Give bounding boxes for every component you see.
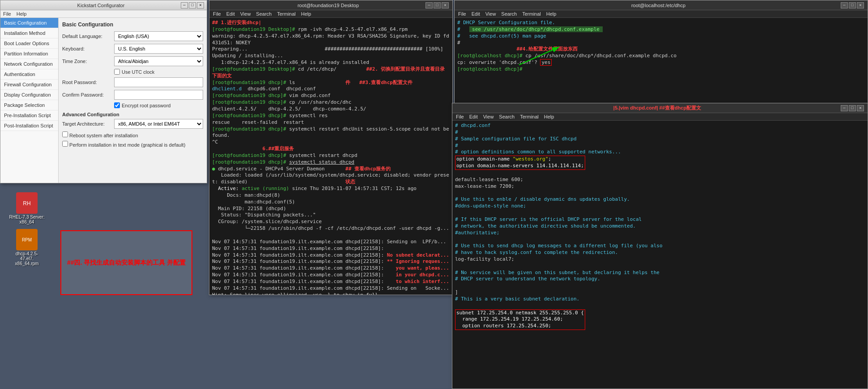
kickstart-window: Kickstart Configurator ─ □ ✕ File Help B… <box>0 0 207 183</box>
vimenu-file[interactable]: File <box>456 114 464 119</box>
menu-help[interactable]: Help <box>17 11 27 17</box>
utc-label: Use UTC clock <box>122 69 154 75</box>
dhmenu-terminal[interactable]: Terminal <box>522 11 541 17</box>
tmenu-search[interactable]: Search <box>256 11 272 17</box>
terminal-vim-text: # dhcpd.conf # # Sample configuration fi… <box>455 123 865 330</box>
tmenu-terminal[interactable]: Terminal <box>277 11 296 17</box>
language-select[interactable]: English (USA) <box>114 31 203 41</box>
terminal-dhcp-controls: ─ □ ✕ <box>841 2 864 8</box>
vimenu-terminal[interactable]: Terminal <box>520 114 539 119</box>
confirm-password-row: Confirm Password: <box>62 90 203 100</box>
vimenu-help[interactable]: Help <box>544 114 554 119</box>
keyboard-select[interactable]: U.S. English <box>114 44 203 54</box>
desktop-icon-rpm[interactable]: RPM dhcp-4.2.5-47.el7.x86_64.rpm <box>9 229 45 266</box>
terminal-main-content: ## 1.进行安装dhcp| [root@foundation19 Deskto… <box>209 18 452 295</box>
target-arch-row: Target Architecture: x86, AMD64, or Inte… <box>62 119 203 129</box>
dhcp-minimize-button[interactable]: ─ <box>841 2 848 8</box>
timezone-label: Time Zone: <box>62 59 111 64</box>
text-mode-row: Perform installation in text mode (graph… <box>62 141 203 148</box>
timezone-select[interactable]: Africa/Abidjan <box>114 56 203 66</box>
sidebar-item-auth[interactable]: Authentication <box>0 69 58 80</box>
terminal-dhcp-window: root@localhost:/etc/dhcp ─ □ ✕ File Edit… <box>454 0 868 112</box>
sidebar-item-display[interactable]: Display Configuration <box>0 90 58 100</box>
encrypt-checkbox[interactable] <box>114 102 120 108</box>
terminal-minimize-button[interactable]: ─ <box>425 2 433 8</box>
tmenu-file[interactable]: File <box>213 11 221 17</box>
root-password-label: Root Password: <box>62 80 111 85</box>
terminal-main-window: root@foundation19 Desktop ─ □ ✕ File Edi… <box>209 0 453 295</box>
timezone-row: Time Zone: Africa/Abidjan <box>62 56 203 66</box>
dhcp-close-button[interactable]: ✕ <box>857 2 864 8</box>
sidebar-item-post[interactable]: Post-Installation Script <box>0 121 58 131</box>
rhel-icon-label: RHEL-7.3 Server:x86_64 <box>9 215 45 224</box>
root-password-input[interactable] <box>114 77 203 87</box>
dhmenu-edit[interactable]: Edit <box>472 11 480 17</box>
utc-checkbox[interactable] <box>114 69 120 75</box>
bottom-annotation-text: ##四. 寻找生成自动安装脚本的工具 并配置 <box>67 259 186 267</box>
keyboard-label: Keyboard: <box>62 46 111 51</box>
sidebar-item-installation[interactable]: Installation Method <box>0 28 58 38</box>
terminal-maximize-button[interactable]: □ <box>434 2 441 8</box>
dhmenu-search[interactable]: Search <box>501 11 517 17</box>
reboot-label: Reboot system after installation <box>62 133 138 138</box>
target-arch-select[interactable]: x86, AMD64, or Intel EM64T <box>114 119 203 129</box>
terminal-vim-titlebar: |5.|vim dhcpd.conf| ##查看dhcp配置文 ─ □ ✕ <box>452 103 868 113</box>
sidebar-item-firewall[interactable]: Firewall Configuration <box>0 80 58 90</box>
text-mode-label: Perform installation in text mode (graph… <box>62 142 185 148</box>
dhcp-maximize-button[interactable]: □ <box>849 2 856 8</box>
vim-minimize-button[interactable]: ─ <box>841 105 848 111</box>
tmenu-help[interactable]: Help <box>301 11 311 17</box>
encrypt-label: Encrypt root password <box>122 103 170 108</box>
desktop-icon-rhel[interactable]: RH RHEL-7.3 Server:x86_64 <box>9 192 45 224</box>
rhel-icon: RH <box>16 192 38 214</box>
svg-text:RH: RH <box>23 200 30 207</box>
terminal-vim-controls: ─ □ ✕ <box>841 105 864 111</box>
bottom-annotation-box: ##四. 寻找生成自动安装脚本的工具 并配置 <box>60 230 192 295</box>
rpm-icon-label: dhcp-4.2.5-47.el7.x86_64.rpm <box>9 251 45 266</box>
maximize-button[interactable]: □ <box>189 2 196 8</box>
desktop-icons-area: RH RHEL-7.3 Server:x86_64 RPM dhcp-4.2.5… <box>9 192 45 266</box>
vimenu-edit[interactable]: Edit <box>469 114 478 119</box>
language-label: Default Language: <box>62 34 111 39</box>
target-arch-label: Target Architecture: <box>62 121 111 127</box>
terminal-vim-title: |5.|vim dhcpd.conf| ##查看dhcp配置文 <box>474 105 841 111</box>
password-section: Root Password: Confirm Password: Encrypt… <box>62 77 203 108</box>
vimenu-search[interactable]: Search <box>499 114 515 119</box>
terminal-main-controls: ─ □ ✕ <box>425 2 449 8</box>
menu-file[interactable]: File <box>3 11 11 17</box>
text-mode-checkbox[interactable] <box>62 141 68 147</box>
dhmenu-file[interactable]: File <box>458 11 466 17</box>
terminal-vim-content: # dhcpd.conf # # Sample configuration fi… <box>452 121 868 389</box>
minimize-button[interactable]: ─ <box>181 2 188 8</box>
terminal-dhcp-text: # DHCP Server Configuration file. # see … <box>457 20 865 73</box>
kickstart-content: Basic Configuration Default Language: En… <box>59 18 207 183</box>
encrypt-row: Encrypt root password <box>114 102 203 108</box>
sidebar-item-pre[interactable]: Pre-Installation Script <box>0 110 58 121</box>
terminal-vim-menubar: File Edit View Search Terminal Help <box>452 113 868 121</box>
dhmenu-help[interactable]: Help <box>546 11 557 17</box>
terminal-close-button[interactable]: ✕ <box>442 2 449 8</box>
rpm-icon: RPM <box>16 229 38 250</box>
reboot-checkbox[interactable] <box>62 131 68 137</box>
kickstart-title: Kickstart Configurator <box>21 3 181 8</box>
vimenu-view[interactable]: View <box>483 114 494 119</box>
sidebar-item-basic[interactable]: Basic Configuration <box>0 18 58 28</box>
root-password-row: Root Password: <box>62 77 203 87</box>
tmenu-edit[interactable]: Edit <box>226 11 235 17</box>
desktop: Kickstart Configurator ─ □ ✕ File Help B… <box>0 0 868 389</box>
vim-close-button[interactable]: ✕ <box>857 105 864 111</box>
basic-config-title: Basic Configuration <box>62 21 203 28</box>
terminal-dhcp-titlebar: root@localhost:/etc/dhcp ─ □ ✕ <box>455 0 868 10</box>
tmenu-view[interactable]: View <box>240 11 251 17</box>
language-row: Default Language: English (USA) <box>62 31 203 41</box>
sidebar-item-bootloader[interactable]: Boot Loader Options <box>0 38 58 49</box>
dhmenu-view[interactable]: View <box>485 11 496 17</box>
sidebar-item-partition[interactable]: Partition Information <box>0 49 58 59</box>
sidebar-item-network[interactable]: Network Configuration <box>0 59 58 69</box>
reboot-row: Reboot system after installation <box>62 131 203 139</box>
confirm-password-input[interactable] <box>114 90 203 100</box>
terminal-main-menubar: File Edit View Search Terminal Help <box>209 10 452 18</box>
sidebar-item-packages[interactable]: Package Selection <box>0 100 58 110</box>
vim-maximize-button[interactable]: □ <box>849 105 856 111</box>
close-button[interactable]: ✕ <box>197 2 204 8</box>
